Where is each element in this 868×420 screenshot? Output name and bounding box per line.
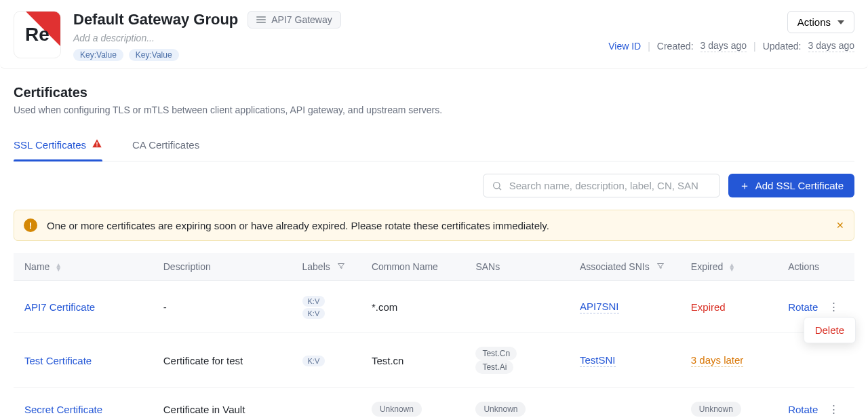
tabs: SSL Certificates CA Certificates (14, 130, 854, 161)
delete-action[interactable]: Delete (815, 324, 844, 336)
cert-sans (465, 281, 569, 333)
cert-labels: K:V K:V (292, 281, 361, 333)
cert-name-link[interactable]: Test Certificate (24, 355, 92, 366)
actions-dropdown[interactable]: Actions (787, 11, 854, 33)
group-logo: Re (14, 11, 61, 58)
cert-description: Certificate for test (153, 333, 292, 388)
separator: | (648, 41, 650, 52)
label-chip[interactable]: K:V (302, 356, 326, 366)
filter-icon[interactable] (337, 261, 345, 272)
cert-description: Certificate in Vault (153, 388, 292, 421)
cert-name-link[interactable]: Secret Certificate (24, 404, 102, 415)
certificates-table: Name ▲▼ Description Labels Common Name S… (14, 253, 854, 420)
col-labels[interactable]: Labels (292, 253, 361, 281)
search-icon (492, 180, 502, 191)
header-tag[interactable]: Key:Value (129, 49, 179, 61)
col-sans: SANs (465, 253, 569, 281)
alert-icon: ! (24, 218, 37, 232)
description-placeholder[interactable]: Add a description... (73, 33, 608, 43)
associated-sni-link[interactable]: API7SNI (580, 301, 619, 313)
search-input[interactable] (509, 180, 711, 191)
alert-text: One or more certificates are expiring so… (47, 220, 827, 231)
tab-ca-label: CA Certificates (132, 139, 199, 151)
gateway-type-label: API7 Gateway (271, 14, 332, 25)
add-ssl-certificate-button[interactable]: ＋ Add SSL Certificate (728, 174, 854, 197)
col-associated-snis[interactable]: Associated SNIs (569, 253, 680, 281)
cert-name-link[interactable]: API7 Certificate (24, 301, 95, 313)
sort-icon[interactable]: ▲▼ (728, 263, 735, 271)
san-chip: Test.Ai (475, 360, 513, 374)
table-row: Test Certificate Certificate for test K:… (14, 333, 854, 388)
tab-ssl-label: SSL Certificates (14, 139, 86, 151)
updated-label: Updated: (763, 41, 802, 52)
updated-value: 3 days ago (808, 40, 855, 52)
unknown-chip: Unknown (475, 402, 526, 417)
chevron-down-icon (837, 20, 844, 24)
more-actions-icon[interactable]: ⋮ (826, 403, 842, 415)
cert-description: - (153, 281, 292, 333)
created-value: 3 days ago (701, 40, 747, 52)
add-ssl-label: Add SSL Certificate (755, 180, 844, 191)
svg-point-2 (493, 182, 499, 188)
cert-common-name: Test.cn (361, 333, 465, 388)
unknown-chip: Unknown (372, 402, 422, 417)
section-title: Certificates (14, 85, 854, 100)
svg-rect-1 (96, 145, 97, 146)
cert-labels: K:V (292, 333, 361, 388)
logo-text: Re (25, 24, 50, 45)
san-chip: Test.Cn (475, 347, 517, 360)
gateway-type-badge: API7 Gateway (248, 11, 341, 28)
table-row: Secret Certificate Certificate in Vault … (14, 388, 854, 421)
label-chip[interactable]: K:V (302, 296, 326, 307)
section-subtitle: Used when configuring TLS or mTLS betwee… (14, 104, 854, 115)
warning-icon (92, 138, 102, 151)
filter-icon[interactable] (656, 261, 665, 272)
col-description: Description (153, 253, 292, 281)
associated-sni-link[interactable]: TestSNI (580, 354, 616, 367)
rotate-action[interactable]: Rotate (788, 301, 818, 313)
row-actions-popup: Delete (804, 317, 856, 343)
page-header: Re Default Gateway Group API7 Gateway Ad… (0, 0, 868, 69)
expired-status: Expired (691, 301, 726, 313)
plus-icon: ＋ (739, 180, 750, 191)
table-row: API7 Certificate - K:V K:V *.com API7SNI… (14, 281, 854, 333)
header-tags: Key:Value Key:Value (73, 49, 608, 61)
tab-ssl-certificates[interactable]: SSL Certificates (14, 130, 102, 161)
cert-labels (292, 388, 361, 421)
col-actions: Actions (777, 253, 854, 281)
actions-label: Actions (797, 16, 831, 28)
label-chip[interactable]: K:V (302, 308, 326, 319)
separator: | (753, 41, 756, 52)
gateway-icon (256, 16, 266, 23)
tab-ca-certificates[interactable]: CA Certificates (132, 130, 199, 161)
sort-icon[interactable]: ▲▼ (55, 263, 62, 271)
col-common-name: Common Name (361, 253, 465, 281)
col-name[interactable]: Name ▲▼ (14, 253, 153, 281)
associated-sni (569, 388, 680, 421)
view-id-link[interactable]: View ID (608, 41, 641, 52)
meta-row: View ID | Created: 3 days ago | Updated:… (608, 40, 854, 52)
expiry-alert: ! One or more certificates are expiring … (14, 210, 854, 241)
created-label: Created: (657, 41, 694, 52)
expired-status: 3 days later (691, 354, 744, 367)
cert-sans: Test.Cn Test.Ai (465, 333, 569, 388)
rotate-action[interactable]: Rotate (788, 404, 818, 415)
search-input-wrapper[interactable] (483, 174, 720, 197)
svg-rect-0 (96, 142, 97, 145)
header-tag[interactable]: Key:Value (73, 49, 123, 61)
svg-line-3 (499, 188, 501, 190)
more-actions-icon[interactable]: ⋮ (826, 301, 842, 313)
cert-common-name: *.com (361, 281, 465, 333)
expired-status: Unknown (691, 402, 741, 417)
page-title: Default Gateway Group (73, 11, 238, 28)
alert-close-icon[interactable]: ✕ (836, 220, 844, 231)
col-expired[interactable]: Expired ▲▼ (680, 253, 777, 281)
